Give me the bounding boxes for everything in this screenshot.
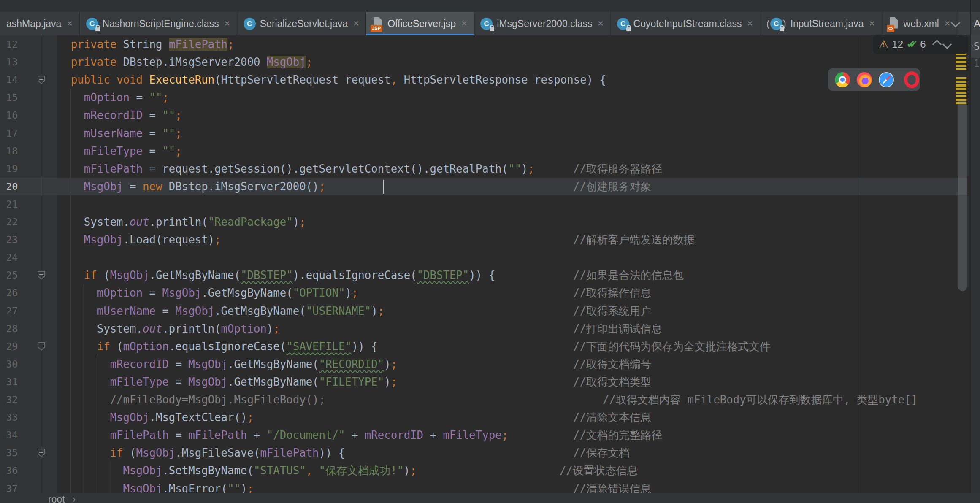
code-text: if (MsgObj.GetMsgByName("DBSTEP").equals… [45, 266, 495, 284]
code-line-28[interactable]: 28 System.out.println(mOption);//打印出调试信息 [0, 320, 967, 338]
code-line-15[interactable]: 15 mOption = ""; [0, 89, 967, 106]
tab-close-icon[interactable]: ✕ [747, 19, 753, 28]
chrome-icon[interactable] [835, 72, 850, 87]
trailing-comment: //打印出调试信息 [573, 320, 662, 338]
code-text: mFilePath = request.getSession().getServ… [45, 160, 534, 178]
line-number: 14 [0, 71, 18, 89]
code-text: mRecordID = ""; [45, 106, 182, 124]
tab-label: OfficeServer.jsp [387, 18, 456, 30]
code-line-17[interactable]: 17 mUserName = ""; [0, 124, 967, 142]
previous-problem-chevron-icon[interactable] [932, 40, 942, 49]
warning-stripe-mark[interactable] [956, 57, 966, 59]
trailing-comment: //保存文档 [573, 444, 630, 462]
code-line-35[interactable]: 35 if (MsgObj.MsgFileSave(mFilePath)) {/… [0, 444, 967, 462]
code-line-25[interactable]: 25 if (MsgObj.GetMsgByName("DBSTEP").equ… [0, 266, 967, 284]
class-file-icon: C [244, 18, 256, 30]
code-line-24[interactable]: 24 [0, 249, 967, 266]
code-line-23[interactable]: 23 MsgObj.Load(request);//解析客户端发送的数据 [0, 231, 967, 249]
warning-stripe-mark[interactable] [956, 92, 966, 94]
trailing-comment: //如果是合法的信息包 [573, 266, 684, 284]
code-line-34[interactable]: 34 mFilePath = mFilePath + "/Document/" … [0, 426, 967, 444]
tab-close-icon[interactable]: ✕ [353, 19, 359, 28]
code-line-19[interactable]: 19 mFilePath = request.getSession().getS… [0, 160, 967, 178]
code-line-31[interactable]: 31 mFileType = MsgObj.GetMsgByName("FILE… [0, 373, 967, 391]
line-number: 27 [0, 302, 18, 320]
firefox-icon[interactable] [857, 72, 872, 87]
warning-stripe-mark[interactable] [956, 77, 966, 79]
code-text: MsgObj.MsgError(""); [45, 480, 254, 493]
code-line-32[interactable]: 32 //mFileBody=MsgObj.MsgFileBody();//取得… [0, 391, 967, 408]
tab-inputstream-java[interactable]: (C)InputStream.java✕ [760, 12, 882, 35]
tab-officeserver-jsp[interactable]: JSPOfficeServer.jsp✕ [366, 12, 474, 35]
opera-icon[interactable] [904, 71, 919, 88]
warning-stripe-mark[interactable] [956, 65, 966, 67]
partial-tab[interactable]: A [971, 12, 980, 35]
inspections-widget[interactable]: ⚠ 12 ✔✔ 6 [873, 35, 968, 54]
trailing-comment: //取得文档类型 [573, 373, 651, 391]
scrollbar-thumb[interactable] [958, 99, 967, 291]
ok-checks-icon[interactable]: ✔✔ [907, 38, 912, 50]
code-line-12[interactable]: 12 private String mFilePath; [0, 35, 967, 53]
code-line-22[interactable]: 22 System.out.println("ReadPackage"); [0, 213, 967, 231]
fold-marker-icon[interactable] [38, 271, 45, 279]
warning-icon[interactable]: ⚠ [879, 38, 888, 51]
second-editor-split-sliver: A S · 1 [970, 0, 980, 503]
safari-icon[interactable] [879, 72, 894, 87]
code-line-16[interactable]: 16 mRecordID = ""; [0, 106, 967, 124]
tab-imsgserver2000-class[interactable]: CiMsgServer2000.class✕ [474, 12, 610, 35]
trailing-comment: //解析客户端发送的数据 [573, 231, 695, 249]
line-number: 19 [0, 160, 18, 178]
fold-marker-icon[interactable] [38, 342, 45, 351]
tab-coyoteinputstream-class[interactable]: CCoyoteInputStream.class✕ [611, 12, 760, 35]
warning-stripe-mark[interactable] [956, 68, 966, 70]
line-number: 28 [0, 320, 18, 338]
code-editor[interactable]: 12 private String mFilePath;13 private D… [0, 35, 970, 493]
line-number: 34 [0, 426, 18, 444]
ide-window: ashMap.java✕CNashornScriptEngine.class✕C… [0, 0, 980, 503]
tab-close-icon[interactable]: ✕ [944, 19, 950, 28]
code-text: MsgObj.Load(request); [45, 231, 221, 249]
code-line-36[interactable]: 36 MsgObj.SetMsgByName("STATUS", "保存文档成功… [0, 462, 967, 479]
code-line-13[interactable]: 13 private DBstep.iMsgServer2000 MsgObj; [0, 53, 967, 71]
line-number: 31 [0, 373, 18, 391]
code-line-27[interactable]: 27 mUserName = MsgObj.GetMsgByName("USER… [0, 302, 967, 320]
tab-serializeservlet-java[interactable]: CSerializeServlet.java✕ [237, 12, 366, 35]
code-line-29[interactable]: 29 if (mOption.equalsIgnoreCase("SAVEFIL… [0, 338, 967, 355]
next-problem-chevron-icon[interactable] [942, 40, 952, 49]
tab-nashornscriptengine-class[interactable]: CNashornScriptEngine.class✕ [80, 12, 237, 35]
right-margin-guide [858, 35, 858, 493]
tab-close-icon[interactable]: ✕ [66, 19, 73, 28]
tab-close-icon[interactable]: ✕ [869, 19, 875, 28]
breadcrumb-root[interactable]: root [48, 493, 65, 503]
fold-marker-icon[interactable] [38, 76, 45, 84]
code-line-33[interactable]: 33 MsgObj.MsgTextClear();//清除文本信息 [0, 408, 967, 426]
warning-stripe-mark[interactable] [956, 88, 966, 90]
tab-close-icon[interactable]: ✕ [224, 19, 230, 28]
tab-close-icon[interactable]: ✕ [461, 19, 467, 28]
warning-stripe-mark[interactable] [956, 84, 966, 87]
code-line-20[interactable]: 20 MsgObj = new DBstep.iMsgServer2000();… [0, 178, 967, 195]
jsp-file-icon: JSP [372, 17, 383, 30]
warning-stripe-mark[interactable] [956, 95, 966, 97]
tab-close-icon[interactable]: ✕ [598, 19, 604, 28]
trailing-comment: //清除文本信息 [573, 408, 651, 426]
code-line-18[interactable]: 18 mFileType = ""; [0, 142, 967, 160]
code-text: System.out.println("ReadPackage"); [45, 213, 306, 231]
tab-ashmap-java[interactable]: ashMap.java✕ [0, 12, 80, 35]
code-text: //mFileBody=MsgObj.MsgFileBody(); [45, 391, 325, 408]
code-text: MsgObj.SetMsgByName("STATUS", "保存文档成功!")… [45, 462, 417, 479]
line-number: 20 [0, 178, 18, 195]
code-text: MsgObj = new DBstep.iMsgServer2000(); [45, 178, 325, 195]
code-line-30[interactable]: 30 mRecordID = MsgObj.GetMsgByName("RECO… [0, 355, 967, 373]
tab-web-xml[interactable]: <>web.xml✕ [882, 12, 957, 35]
code-line-26[interactable]: 26 mOption = MsgObj.GetMsgByName("OPTION… [0, 284, 967, 302]
class-locked-file-icon: C [86, 18, 98, 30]
code-line-37[interactable]: 37 MsgObj.MsgError("");//清除错误信息 [0, 480, 967, 493]
fold-marker-icon[interactable] [38, 449, 45, 457]
code-text: mFilePath = mFilePath + "/Document/" + m… [45, 426, 508, 444]
warning-stripe-mark[interactable] [956, 61, 966, 63]
code-line-21[interactable]: 21 [0, 195, 967, 213]
line-number: 15 [0, 89, 18, 106]
warning-stripe-mark[interactable] [956, 81, 966, 83]
code-line-14[interactable]: 14 public void ExecuteRun(HttpServletReq… [0, 71, 967, 89]
